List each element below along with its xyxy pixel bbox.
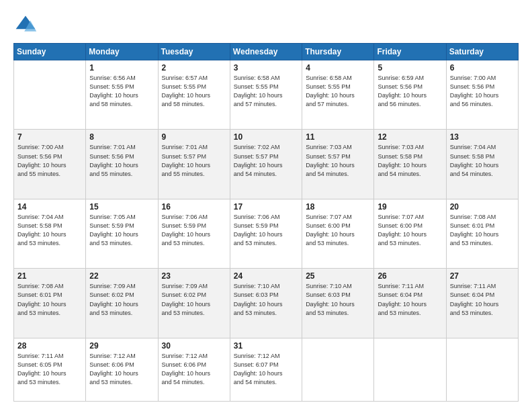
day-number: 6 — [450, 63, 515, 73]
calendar-cell: 10Sunrise: 7:02 AMSunset: 5:57 PMDayligh… — [230, 130, 302, 199]
calendar-cell: 21Sunrise: 7:08 AMSunset: 6:01 PMDayligh… — [14, 269, 86, 338]
calendar-cell — [446, 338, 518, 401]
day-info: Sunrise: 7:01 AMSunset: 5:57 PMDaylight:… — [162, 143, 226, 178]
day-number: 1 — [89, 63, 154, 73]
calendar-cell: 28Sunrise: 7:11 AMSunset: 6:05 PMDayligh… — [14, 338, 86, 401]
day-info: Sunrise: 6:58 AMSunset: 5:55 PMDaylight:… — [306, 74, 370, 109]
day-number: 12 — [378, 132, 442, 142]
day-info: Sunrise: 7:06 AMSunset: 5:59 PMDaylight:… — [234, 213, 298, 248]
day-info: Sunrise: 7:09 AMSunset: 6:02 PMDaylight:… — [89, 282, 154, 317]
day-number: 19 — [378, 202, 442, 212]
weekday-header-monday: Monday — [86, 44, 158, 60]
week-row-5: 28Sunrise: 7:11 AMSunset: 6:05 PMDayligh… — [14, 338, 519, 401]
day-info: Sunrise: 7:06 AMSunset: 5:59 PMDaylight:… — [162, 213, 226, 248]
day-info: Sunrise: 6:58 AMSunset: 5:55 PMDaylight:… — [234, 74, 298, 109]
day-number: 25 — [306, 271, 370, 281]
day-info: Sunrise: 7:07 AMSunset: 6:00 PMDaylight:… — [306, 213, 370, 248]
day-number: 24 — [234, 271, 298, 281]
day-info: Sunrise: 7:10 AMSunset: 6:03 PMDaylight:… — [234, 282, 298, 317]
calendar-cell: 23Sunrise: 7:09 AMSunset: 6:02 PMDayligh… — [158, 269, 230, 338]
day-info: Sunrise: 6:59 AMSunset: 5:56 PMDaylight:… — [378, 74, 442, 109]
day-number: 8 — [89, 132, 154, 142]
day-number: 26 — [378, 271, 442, 281]
day-number: 14 — [17, 202, 82, 212]
day-info: Sunrise: 6:57 AMSunset: 5:55 PMDaylight:… — [162, 74, 226, 109]
day-info: Sunrise: 7:00 AMSunset: 5:56 PMDaylight:… — [17, 143, 82, 178]
calendar-cell: 8Sunrise: 7:01 AMSunset: 5:56 PMDaylight… — [86, 130, 158, 199]
day-number: 18 — [306, 202, 370, 212]
calendar-cell: 14Sunrise: 7:04 AMSunset: 5:58 PMDayligh… — [14, 199, 86, 268]
calendar-table: SundayMondayTuesdayWednesdayThursdayFrid… — [13, 43, 519, 402]
day-number: 2 — [162, 63, 226, 73]
calendar-cell: 7Sunrise: 7:00 AMSunset: 5:56 PMDaylight… — [14, 130, 86, 199]
logo — [13, 12, 40, 36]
calendar-cell: 27Sunrise: 7:11 AMSunset: 6:04 PMDayligh… — [446, 269, 518, 338]
calendar-cell: 24Sunrise: 7:10 AMSunset: 6:03 PMDayligh… — [230, 269, 302, 338]
calendar-cell: 9Sunrise: 7:01 AMSunset: 5:57 PMDaylight… — [158, 130, 230, 199]
day-number: 17 — [234, 202, 298, 212]
day-info: Sunrise: 7:01 AMSunset: 5:56 PMDaylight:… — [89, 143, 154, 178]
calendar-cell: 13Sunrise: 7:04 AMSunset: 5:58 PMDayligh… — [446, 130, 518, 199]
day-info: Sunrise: 7:04 AMSunset: 5:58 PMDaylight:… — [17, 213, 82, 248]
week-row-2: 7Sunrise: 7:00 AMSunset: 5:56 PMDaylight… — [14, 130, 519, 199]
day-number: 7 — [17, 132, 82, 142]
day-info: Sunrise: 7:11 AMSunset: 6:05 PMDaylight:… — [17, 352, 82, 387]
day-number: 31 — [234, 341, 298, 351]
calendar-cell: 31Sunrise: 7:12 AMSunset: 6:07 PMDayligh… — [230, 338, 302, 401]
calendar-cell: 11Sunrise: 7:03 AMSunset: 5:57 PMDayligh… — [302, 130, 374, 199]
day-number: 22 — [89, 271, 154, 281]
calendar-cell: 1Sunrise: 6:56 AMSunset: 5:55 PMDaylight… — [86, 60, 158, 130]
day-number: 13 — [450, 132, 515, 142]
day-info: Sunrise: 7:08 AMSunset: 6:01 PMDaylight:… — [450, 213, 515, 248]
day-info: Sunrise: 7:12 AMSunset: 6:06 PMDaylight:… — [162, 352, 226, 387]
day-number: 4 — [306, 63, 370, 73]
day-number: 27 — [450, 271, 515, 281]
calendar-cell: 22Sunrise: 7:09 AMSunset: 6:02 PMDayligh… — [86, 269, 158, 338]
calendar-cell: 3Sunrise: 6:58 AMSunset: 5:55 PMDaylight… — [230, 60, 302, 130]
calendar-cell: 18Sunrise: 7:07 AMSunset: 6:00 PMDayligh… — [302, 199, 374, 268]
calendar-cell: 26Sunrise: 7:11 AMSunset: 6:04 PMDayligh… — [374, 269, 446, 338]
day-info: Sunrise: 7:11 AMSunset: 6:04 PMDaylight:… — [378, 282, 442, 317]
calendar-cell: 19Sunrise: 7:07 AMSunset: 6:00 PMDayligh… — [374, 199, 446, 268]
calendar-cell: 5Sunrise: 6:59 AMSunset: 5:56 PMDaylight… — [374, 60, 446, 130]
weekday-header-wednesday: Wednesday — [230, 44, 302, 60]
day-number: 9 — [162, 132, 226, 142]
header — [13, 12, 519, 36]
calendar-cell: 16Sunrise: 7:06 AMSunset: 5:59 PMDayligh… — [158, 199, 230, 268]
weekday-header-row: SundayMondayTuesdayWednesdayThursdayFrid… — [14, 44, 519, 60]
weekday-header-thursday: Thursday — [302, 44, 374, 60]
day-info: Sunrise: 7:05 AMSunset: 5:59 PMDaylight:… — [89, 213, 154, 248]
day-number: 16 — [162, 202, 226, 212]
weekday-header-saturday: Saturday — [446, 44, 518, 60]
weekday-header-friday: Friday — [374, 44, 446, 60]
day-info: Sunrise: 6:56 AMSunset: 5:55 PMDaylight:… — [89, 74, 154, 109]
day-number: 21 — [17, 271, 82, 281]
day-info: Sunrise: 7:03 AMSunset: 5:57 PMDaylight:… — [306, 143, 370, 178]
day-info: Sunrise: 7:07 AMSunset: 6:00 PMDaylight:… — [378, 213, 442, 248]
day-number: 11 — [306, 132, 370, 142]
week-row-3: 14Sunrise: 7:04 AMSunset: 5:58 PMDayligh… — [14, 199, 519, 268]
week-row-1: 1Sunrise: 6:56 AMSunset: 5:55 PMDaylight… — [14, 60, 519, 130]
day-info: Sunrise: 7:09 AMSunset: 6:02 PMDaylight:… — [162, 282, 226, 317]
day-info: Sunrise: 7:12 AMSunset: 6:06 PMDaylight:… — [89, 352, 154, 387]
calendar-cell: 2Sunrise: 6:57 AMSunset: 5:55 PMDaylight… — [158, 60, 230, 130]
weekday-header-tuesday: Tuesday — [158, 44, 230, 60]
day-number: 29 — [89, 341, 154, 351]
day-number: 10 — [234, 132, 298, 142]
day-info: Sunrise: 7:00 AMSunset: 5:56 PMDaylight:… — [450, 74, 515, 109]
day-number: 23 — [162, 271, 226, 281]
day-info: Sunrise: 7:10 AMSunset: 6:03 PMDaylight:… — [306, 282, 370, 317]
day-info: Sunrise: 7:03 AMSunset: 5:58 PMDaylight:… — [378, 143, 442, 178]
calendar-cell: 29Sunrise: 7:12 AMSunset: 6:06 PMDayligh… — [86, 338, 158, 401]
day-info: Sunrise: 7:04 AMSunset: 5:58 PMDaylight:… — [450, 143, 515, 178]
calendar-cell — [374, 338, 446, 401]
week-row-4: 21Sunrise: 7:08 AMSunset: 6:01 PMDayligh… — [14, 269, 519, 338]
day-info: Sunrise: 7:12 AMSunset: 6:07 PMDaylight:… — [234, 352, 298, 387]
page: SundayMondayTuesdayWednesdayThursdayFrid… — [0, 0, 532, 411]
calendar-cell: 6Sunrise: 7:00 AMSunset: 5:56 PMDaylight… — [446, 60, 518, 130]
logo-icon — [13, 12, 38, 36]
calendar-cell: 17Sunrise: 7:06 AMSunset: 5:59 PMDayligh… — [230, 199, 302, 268]
day-info: Sunrise: 7:08 AMSunset: 6:01 PMDaylight:… — [17, 282, 82, 317]
calendar-cell: 12Sunrise: 7:03 AMSunset: 5:58 PMDayligh… — [374, 130, 446, 199]
day-number: 20 — [450, 202, 515, 212]
